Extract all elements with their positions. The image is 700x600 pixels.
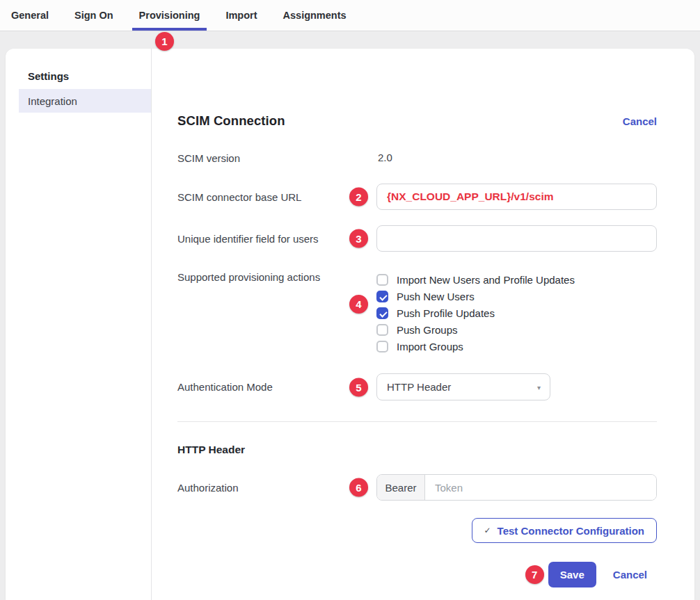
bearer-prefix: Bearer	[377, 475, 425, 500]
annotation-badge-6: 6	[349, 478, 368, 497]
page-title: SCIM Connection	[177, 113, 285, 129]
unique-id-label: Unique identifier field for users	[177, 233, 376, 245]
tab-import[interactable]: Import	[218, 0, 264, 31]
checkbox-label: Import New Users and Profile Updates	[397, 274, 575, 286]
tab-sign-on[interactable]: Sign On	[67, 0, 120, 31]
tab-assignments[interactable]: Assignments	[276, 0, 353, 31]
scim-connection-panel: SCIM Connection Cancel SCIM version 2.0 …	[152, 49, 694, 600]
checkbox-import-new-users-profile-updates[interactable]	[376, 274, 388, 286]
checkbox-label: Push Groups	[397, 324, 458, 336]
auth-mode-selected-value: HTTP Header	[387, 381, 451, 393]
checkbox-push-groups[interactable]	[376, 324, 388, 336]
test-connector-button[interactable]: ✓ Test Connector Configuration	[472, 518, 657, 543]
chevron-down-icon: ▾	[537, 383, 541, 391]
http-header-heading: HTTP Header	[177, 444, 657, 456]
auth-mode-label: Authentication Mode	[177, 381, 376, 393]
test-connector-row: ✓ Test Connector Configuration	[177, 518, 657, 543]
checkbox-label: Push New Users	[397, 291, 475, 302]
unique-id-input[interactable]	[376, 225, 657, 252]
cancel-link-bottom[interactable]: Cancel	[613, 569, 647, 581]
authorization-label: Authorization	[177, 482, 376, 494]
annotation-badge-5: 5	[349, 378, 368, 396]
section-divider	[177, 421, 657, 422]
tab-provisioning[interactable]: Provisioning	[132, 0, 207, 31]
provisioning-actions-row: Supported provisioning actions 4 Import …	[177, 271, 657, 355]
checkbox-push-profile-updates[interactable]	[376, 307, 388, 319]
checkbox-push-new-users[interactable]	[376, 291, 388, 302]
sidebar-heading: Settings	[6, 70, 151, 82]
provisioning-actions-label: Supported provisioning actions	[177, 271, 376, 283]
annotation-badge-1: 1	[155, 32, 174, 51]
annotation-badge-4: 4	[349, 295, 368, 314]
checkbox-label: Import Groups	[397, 341, 463, 352]
provisioning-card: Settings Integration SCIM Connection Can…	[6, 49, 694, 600]
checkbox-row: Import Groups	[376, 338, 657, 355]
annotation-badge-7: 7	[525, 565, 544, 584]
checkbox-import-groups[interactable]	[376, 341, 388, 352]
sidebar-item-integration[interactable]: Integration	[19, 89, 151, 113]
tab-general[interactable]: General	[4, 0, 56, 31]
base-url-label: SCIM connector base URL	[177, 191, 376, 203]
token-input[interactable]	[425, 475, 656, 500]
checkbox-row: Push New Users	[376, 288, 657, 305]
unique-id-row: Unique identifier field for users 3	[177, 225, 657, 252]
save-row: 7 Save Cancel	[177, 562, 657, 587]
auth-mode-row: Authentication Mode 5 HTTP Header ▾	[177, 373, 657, 400]
auth-mode-select[interactable]: HTTP Header ▾	[376, 373, 550, 400]
base-url-row: SCIM connector base URL 2	[177, 184, 657, 210]
settings-sidebar: Settings Integration	[6, 49, 152, 600]
base-url-input[interactable]	[376, 184, 657, 210]
panel-header: SCIM Connection Cancel	[177, 113, 657, 129]
checkbox-label: Push Profile Updates	[397, 307, 495, 319]
annotation-badge-3: 3	[349, 229, 368, 248]
cancel-link-top[interactable]: Cancel	[623, 115, 657, 127]
check-icon: ✓	[484, 526, 491, 535]
scim-version-value: 2.0	[376, 152, 392, 163]
save-button[interactable]: Save	[548, 562, 596, 587]
checkbox-row: Push Profile Updates	[376, 305, 657, 321]
test-connector-button-label: Test Connector Configuration	[498, 525, 644, 537]
authorization-input-group: Bearer	[376, 474, 657, 501]
checkbox-row: Push Groups	[376, 321, 657, 338]
annotation-badge-2: 2	[349, 188, 368, 206]
checkbox-row: Import New Users and Profile Updates	[376, 271, 657, 288]
scim-version-label: SCIM version	[177, 152, 376, 164]
scim-version-row: SCIM version 2.0	[177, 152, 657, 164]
app-tabbar: General Sign On Provisioning Import Assi…	[0, 0, 700, 31]
authorization-row: Authorization 6 Bearer	[177, 474, 657, 501]
